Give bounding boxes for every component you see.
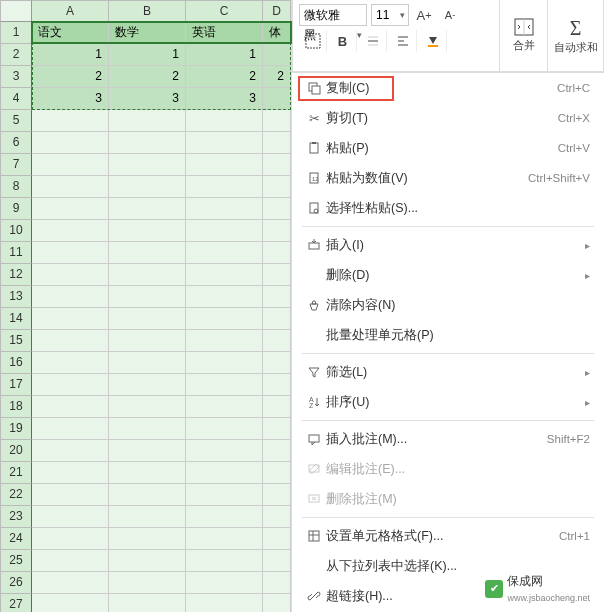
cell[interactable]: [186, 242, 263, 264]
cell[interactable]: [32, 308, 109, 330]
menu-format-cells[interactable]: 设置单元格格式(F)... Ctrl+1: [292, 521, 604, 551]
cell[interactable]: [32, 418, 109, 440]
cell-c3[interactable]: 2: [186, 66, 263, 88]
menu-paste-special[interactable]: 选择性粘贴(S)...: [292, 193, 604, 223]
cell-d1[interactable]: 体育: [263, 22, 291, 44]
row-header[interactable]: 7: [0, 154, 32, 176]
spreadsheet-grid[interactable]: A B C D 1 语文 数学 英语 体育 2 1 1 1 3 2 2 2 2 …: [0, 0, 292, 612]
cell[interactable]: [32, 154, 109, 176]
cell-c4[interactable]: 3: [186, 88, 263, 110]
cell-d2[interactable]: [263, 44, 291, 66]
row-header[interactable]: 15: [0, 330, 32, 352]
cell[interactable]: [263, 396, 291, 418]
cell[interactable]: [263, 440, 291, 462]
cell-a4[interactable]: 3: [32, 88, 109, 110]
cell[interactable]: [32, 330, 109, 352]
cell[interactable]: [186, 528, 263, 550]
cell[interactable]: [109, 220, 186, 242]
cell[interactable]: [109, 528, 186, 550]
row-header[interactable]: 20: [0, 440, 32, 462]
cell[interactable]: [186, 308, 263, 330]
cell[interactable]: [186, 484, 263, 506]
cell-b4[interactable]: 3: [109, 88, 186, 110]
cell[interactable]: [109, 154, 186, 176]
cell-c2[interactable]: 1: [186, 44, 263, 66]
menu-sort[interactable]: AZ 排序(U) ▸: [292, 387, 604, 417]
row-header[interactable]: 22: [0, 484, 32, 506]
cell[interactable]: [263, 352, 291, 374]
menu-insert[interactable]: 插入(I) ▸: [292, 230, 604, 260]
cell[interactable]: [109, 440, 186, 462]
row-header[interactable]: 26: [0, 572, 32, 594]
cell[interactable]: [32, 242, 109, 264]
cell[interactable]: [186, 594, 263, 612]
menu-insert-comment[interactable]: 插入批注(M)... Shift+F2: [292, 424, 604, 454]
cell[interactable]: [263, 484, 291, 506]
row-header-3[interactable]: 3: [0, 66, 32, 88]
cell[interactable]: [32, 198, 109, 220]
cell[interactable]: [32, 264, 109, 286]
menu-paste-values[interactable]: 12 粘贴为数值(V) Ctrl+Shift+V: [292, 163, 604, 193]
cell[interactable]: [109, 110, 186, 132]
row-header[interactable]: 8: [0, 176, 32, 198]
cell[interactable]: [263, 572, 291, 594]
cell[interactable]: [109, 286, 186, 308]
cell[interactable]: [263, 374, 291, 396]
cell-c1[interactable]: 英语: [186, 22, 263, 44]
cell[interactable]: [263, 528, 291, 550]
cell[interactable]: [186, 506, 263, 528]
align-icon[interactable]: [389, 30, 417, 52]
cell[interactable]: [32, 110, 109, 132]
cell[interactable]: [32, 440, 109, 462]
row-header[interactable]: 18: [0, 396, 32, 418]
cell[interactable]: [263, 154, 291, 176]
decrease-font-icon[interactable]: A-: [439, 4, 461, 26]
cell-d3[interactable]: 2: [263, 66, 291, 88]
row-header[interactable]: 12: [0, 264, 32, 286]
cell[interactable]: [263, 594, 291, 612]
col-header-b[interactable]: B: [109, 0, 186, 22]
cell[interactable]: [109, 396, 186, 418]
menu-filter[interactable]: 筛选(L) ▸: [292, 357, 604, 387]
cell-a3[interactable]: 2: [32, 66, 109, 88]
cell[interactable]: [186, 352, 263, 374]
cell[interactable]: [32, 396, 109, 418]
cell[interactable]: [109, 572, 186, 594]
select-all-corner[interactable]: [0, 0, 32, 22]
cell[interactable]: [32, 176, 109, 198]
menu-cut[interactable]: ✂ 剪切(T) Ctrl+X: [292, 103, 604, 133]
bold-button[interactable]: B: [329, 30, 357, 52]
cell[interactable]: [32, 286, 109, 308]
cell[interactable]: [263, 462, 291, 484]
cell-d4[interactable]: [263, 88, 291, 110]
cell[interactable]: [109, 132, 186, 154]
cell[interactable]: [263, 242, 291, 264]
cell[interactable]: [32, 462, 109, 484]
cell[interactable]: [32, 594, 109, 612]
menu-batch[interactable]: 批量处理单元格(P): [292, 320, 604, 350]
cell[interactable]: [263, 264, 291, 286]
cell[interactable]: [32, 550, 109, 572]
cell[interactable]: [109, 594, 186, 612]
font-name-select[interactable]: 微软雅黑: [299, 4, 367, 26]
cell[interactable]: [32, 506, 109, 528]
cell[interactable]: [263, 220, 291, 242]
row-header[interactable]: 19: [0, 418, 32, 440]
cell[interactable]: [263, 176, 291, 198]
row-header[interactable]: 9: [0, 198, 32, 220]
cell[interactable]: [32, 132, 109, 154]
row-header-2[interactable]: 2: [0, 44, 32, 66]
cell[interactable]: [109, 308, 186, 330]
cell[interactable]: [186, 220, 263, 242]
row-header[interactable]: 10: [0, 220, 32, 242]
menu-paste[interactable]: 粘贴(P) Ctrl+V: [292, 133, 604, 163]
cell-a2[interactable]: 1: [32, 44, 109, 66]
cell-b2[interactable]: 1: [109, 44, 186, 66]
col-header-c[interactable]: C: [186, 0, 263, 22]
row-header-4[interactable]: 4: [0, 88, 32, 110]
col-header-d[interactable]: D: [263, 0, 291, 22]
row-header[interactable]: 24: [0, 528, 32, 550]
col-header-a[interactable]: A: [32, 0, 109, 22]
cell[interactable]: [109, 242, 186, 264]
cell[interactable]: [186, 264, 263, 286]
